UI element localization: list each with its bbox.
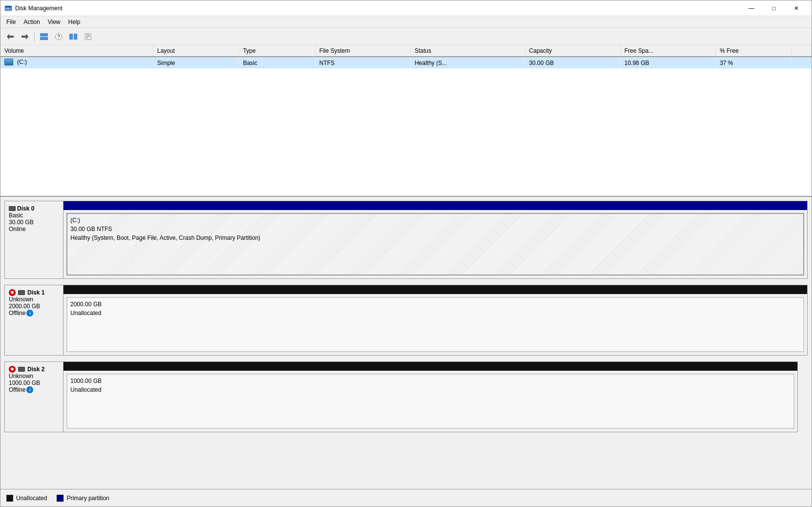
disk-2-status-row: Offline i — [9, 386, 59, 393]
info-icon-1[interactable]: i — [26, 310, 33, 317]
disk-label-0: Disk 0 Basic 30.00 GB Online — [5, 201, 64, 278]
cell-layout: Simple — [153, 57, 239, 68]
window-controls: — □ ✕ — [740, 0, 808, 16]
disk-1-content: 2000.00 GB Unallocated — [64, 285, 807, 355]
toolbar: ? — [0, 28, 812, 45]
disk-management-window: Disk Management — □ ✕ File Action View H… — [0, 0, 812, 507]
legend-label-primary: Primary partition — [66, 495, 109, 502]
offline-icon-1: ✱ — [9, 289, 16, 296]
partition-c-label: (C:) — [70, 217, 800, 224]
svg-text:?: ? — [57, 34, 60, 40]
disk-2-type: Unknown — [9, 373, 59, 380]
table-row[interactable]: (C:) Simple Basic NTFS Healthy (S... 30.… — [0, 57, 812, 68]
disk-2-header-bar — [64, 362, 797, 371]
cell-type: Basic — [239, 57, 315, 68]
svg-marker-4 — [7, 34, 14, 40]
disk-0-partition-area[interactable]: (C:) 30.00 GB NTFS Healthy (System, Boot… — [64, 210, 807, 278]
disk-label-1: ✱ Disk 1 Unknown 2000.00 GB Offline i — [5, 285, 64, 355]
cell-empty — [792, 57, 812, 68]
legend-box-primary — [57, 495, 64, 502]
menu-bar: File Action View Help — [0, 16, 812, 28]
legend-primary: Primary partition — [57, 495, 109, 502]
partition-disk1-unallocated[interactable]: 2000.00 GB Unallocated — [66, 297, 804, 352]
disk-2-icon — [18, 367, 25, 372]
disk-1-header-bar — [64, 285, 807, 294]
partition-button[interactable] — [66, 30, 80, 43]
col-filesystem[interactable]: File System — [315, 45, 410, 57]
svg-rect-2 — [6, 8, 7, 9]
disk-row-2: ✱ Disk 2 Unknown 1000.00 GB Offline i — [4, 361, 798, 432]
svg-marker-5 — [21, 34, 28, 40]
partition-disk1-status: Unallocated — [70, 310, 800, 317]
title-bar: Disk Management — □ ✕ — [0, 0, 812, 16]
col-type[interactable]: Type — [239, 45, 315, 57]
menu-help[interactable]: Help — [64, 18, 85, 26]
legend-box-unallocated — [6, 495, 13, 502]
disk-1-status: Offline — [9, 310, 25, 317]
cell-percentfree: 37 % — [716, 57, 792, 68]
col-extra — [792, 45, 812, 57]
col-volume[interactable]: Volume — [0, 45, 153, 57]
disk-2-status: Offline — [9, 386, 25, 393]
partition-disk2-status: Unallocated — [70, 386, 791, 393]
close-button[interactable]: ✕ — [785, 0, 808, 16]
volume-panel[interactable]: Volume Layout Type File System Status Ca… — [0, 45, 812, 197]
svg-rect-14 — [86, 36, 90, 37]
col-capacity[interactable]: Capacity — [525, 45, 620, 57]
disk-1-status-row: Offline i — [9, 310, 59, 317]
col-layout[interactable]: Layout — [153, 45, 239, 57]
maximize-button[interactable]: □ — [763, 0, 785, 16]
col-status[interactable]: Status — [410, 45, 525, 57]
properties-button[interactable] — [81, 30, 95, 43]
app-icon — [4, 4, 12, 12]
disk-view-button[interactable] — [37, 30, 51, 43]
disk-row-0: Disk 0 Basic 30.00 GB Online (C:) 30.00 … — [4, 201, 808, 279]
menu-action[interactable]: Action — [20, 18, 43, 26]
partition-c-size: 30.00 GB NTFS — [70, 226, 800, 232]
cell-freespace: 10.98 GB — [620, 57, 716, 68]
window-title: Disk Management — [15, 5, 63, 12]
back-button[interactable] — [3, 30, 17, 43]
svg-rect-1 — [5, 6, 12, 7]
info-icon-2[interactable]: i — [26, 386, 33, 393]
disk-2-content: 1000.00 GB Unallocated — [64, 362, 797, 432]
offline-icon-2: ✱ — [9, 366, 16, 373]
svg-rect-15 — [86, 38, 88, 39]
menu-view[interactable]: View — [44, 18, 64, 26]
disk-1-partition-area[interactable]: 2000.00 GB Unallocated — [64, 294, 807, 355]
drive-icon — [4, 59, 13, 65]
partition-disk1-size: 2000.00 GB — [70, 301, 800, 308]
disk-0-name: Disk 0 — [9, 205, 59, 212]
help-button[interactable]: ? — [52, 30, 65, 43]
disk-0-type: Basic — [9, 212, 59, 219]
legend-label-unallocated: Unallocated — [16, 495, 47, 502]
col-percentfree[interactable]: % Free — [716, 45, 792, 57]
partition-disk2-unallocated[interactable]: 1000.00 GB Unallocated — [66, 374, 794, 429]
legend-unallocated: Unallocated — [6, 495, 47, 502]
partition-disk2-size: 1000.00 GB — [70, 378, 791, 384]
legend-bar: Unallocated Primary partition — [0, 489, 812, 507]
svg-rect-13 — [86, 35, 90, 36]
disk-panel[interactable]: Disk 0 Basic 30.00 GB Online (C:) 30.00 … — [0, 197, 812, 489]
disk-0-size: 30.00 GB — [9, 219, 59, 226]
partition-c-status: Healthy (System, Boot, Page File, Active… — [70, 234, 800, 241]
cell-capacity: 30.00 GB — [525, 57, 620, 68]
disk-1-icon — [18, 290, 25, 295]
volume-table: Volume Layout Type File System Status Ca… — [0, 45, 812, 68]
forward-button[interactable] — [18, 30, 32, 43]
menu-file[interactable]: File — [2, 18, 20, 26]
cell-status: Healthy (S... — [410, 57, 525, 68]
disk-1-name: ✱ Disk 1 — [9, 289, 59, 296]
disk-icon-0 — [9, 206, 16, 211]
partition-c-drive[interactable]: (C:) 30.00 GB NTFS Healthy (System, Boot… — [66, 213, 804, 275]
disk-0-status: Online — [9, 226, 59, 232]
toolbar-separator-1 — [34, 32, 35, 42]
col-freespace[interactable]: Free Spa... — [620, 45, 716, 57]
main-content: Volume Layout Type File System Status Ca… — [0, 45, 812, 507]
disk-0-content: (C:) 30.00 GB NTFS Healthy (System, Boot… — [64, 201, 807, 278]
disk-1-size: 2000.00 GB — [9, 303, 59, 310]
disk-2-partition-area[interactable]: 1000.00 GB Unallocated — [64, 371, 797, 432]
disk-2-name: ✱ Disk 2 — [9, 366, 59, 373]
cell-filesystem: NTFS — [315, 57, 410, 68]
minimize-button[interactable]: — — [740, 0, 763, 16]
